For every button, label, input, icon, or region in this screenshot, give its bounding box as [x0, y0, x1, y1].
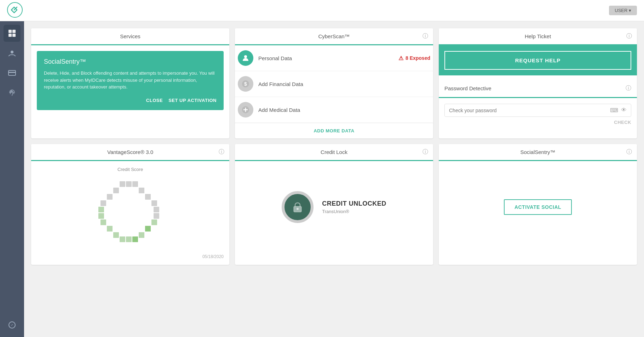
vantage-body: Credit Score	[31, 161, 229, 265]
financial-data-label: Add Financial Data	[258, 81, 430, 87]
top-row-cards: Services SocialSentry™ Delete, Hide, and…	[31, 28, 637, 138]
svg-rect-35	[120, 236, 125, 242]
banner-actions: CLOSE SET UP ACTIVATION	[44, 98, 217, 103]
cyber-alert: ⚠ 8 Exposed	[398, 55, 430, 62]
svg-rect-40	[107, 226, 113, 232]
social-sentry-bottom-info-icon[interactable]: ⓘ	[626, 148, 632, 156]
svg-rect-44	[98, 213, 104, 219]
top-bar-right: USER ▾	[609, 6, 637, 15]
social-sentry-bottom-card: SocialSentry™ ⓘ ACTIVATE SOCIAL	[439, 144, 637, 265]
svg-rect-23	[154, 207, 159, 212]
help-ticket-title: Help Ticket	[525, 33, 551, 39]
svg-rect-2	[12, 30, 16, 33]
alert-text: 8 Exposed	[406, 55, 430, 61]
svg-rect-17	[139, 188, 144, 193]
credit-score-svg	[95, 178, 166, 249]
keyboard-icon: ⌨	[610, 107, 618, 114]
user-menu-button[interactable]: USER ▾	[609, 6, 637, 15]
services-body: SocialSentry™ Delete, Hide, and Block of…	[31, 45, 229, 116]
bottom-row-cards: VantageScore® 3.0 ⓘ Credit Score	[31, 144, 637, 265]
banner-title: SocialSentry™	[44, 58, 217, 65]
svg-rect-14	[126, 181, 132, 187]
financial-data-item[interactable]: $ Add Financial Data	[235, 71, 433, 97]
check-button-wrapper: CHECK	[444, 117, 631, 125]
svg-rect-25	[154, 213, 159, 219]
sidebar-item-card[interactable]	[4, 64, 21, 81]
svg-point-5	[11, 51, 13, 53]
add-more-data-button[interactable]: ADD MORE DATA	[314, 128, 354, 133]
password-detective-info-icon[interactable]: ⓘ	[626, 85, 631, 92]
svg-rect-18	[107, 194, 113, 200]
logo	[7, 2, 23, 19]
svg-point-0	[7, 2, 22, 17]
credit-lock-header: Credit Lock ⓘ	[235, 144, 433, 161]
svg-point-47	[297, 208, 299, 210]
social-sentry-banner: SocialSentry™ Delete, Hide, and Block of…	[37, 51, 224, 110]
personal-data-item[interactable]: Personal Data ⚠ 8 Exposed	[235, 45, 433, 71]
personal-data-icon	[238, 50, 253, 66]
svg-rect-4	[12, 34, 16, 37]
credit-lock-info-icon[interactable]: ⓘ	[422, 148, 428, 156]
financial-data-icon: $	[238, 76, 253, 92]
sidebar-item-dashboard[interactable]	[4, 25, 21, 42]
credit-score-chart	[37, 178, 224, 249]
banner-desc: Delete, Hide, and Block offending conten…	[44, 70, 217, 91]
alert-triangle-icon: ⚠	[398, 55, 403, 62]
medical-data-item[interactable]: Add Medical Data	[235, 97, 433, 123]
help-ticket-info-icon[interactable]: ⓘ	[626, 33, 632, 40]
vantage-info-icon[interactable]: ⓘ	[219, 148, 224, 156]
cyberscan-body: Personal Data ⚠ 8 Exposed $	[235, 45, 433, 138]
svg-rect-16	[113, 188, 119, 193]
svg-rect-39	[139, 232, 144, 238]
svg-rect-38	[113, 232, 119, 238]
medical-data-icon	[238, 102, 253, 118]
svg-rect-15	[132, 181, 138, 187]
activate-social-button[interactable]: ACTIVATE SOCIAL	[504, 199, 572, 215]
request-help-wrapper: REQUEST HELP	[439, 45, 637, 75]
svg-rect-21	[151, 200, 157, 206]
social-sentry-bottom-body: ACTIVATE SOCIAL	[439, 161, 637, 253]
cyberscan-title: CyberScan™	[318, 33, 350, 39]
svg-rect-36	[126, 236, 132, 242]
services-title: Services	[120, 33, 140, 39]
vantage-card: VantageScore® 3.0 ⓘ Credit Score	[31, 144, 229, 265]
credit-lock-title: Credit Lock	[321, 149, 347, 155]
add-more-data-section: ADD MORE DATA	[235, 123, 433, 138]
personal-data-label: Personal Data	[258, 55, 393, 61]
credit-lock-card: Credit Lock ⓘ CREDIT UNLOCKED TransUnion…	[235, 144, 433, 265]
svg-point-9	[244, 55, 247, 58]
vantage-header: VantageScore® 3.0 ⓘ	[31, 144, 229, 161]
setup-activation-button[interactable]: SET UP ACTIVATION	[168, 98, 217, 103]
app-body: Services SocialSentry™ Delete, Hide, and…	[0, 21, 644, 337]
help-ticket-header: Help Ticket ⓘ	[439, 28, 637, 45]
request-help-button[interactable]: REQUEST HELP	[444, 51, 631, 70]
lock-circle[interactable]	[282, 191, 314, 223]
cyberscan-info-icon[interactable]: ⓘ	[422, 33, 428, 40]
medical-data-label: Add Medical Data	[258, 107, 430, 113]
password-detective-body: ⌨ 👁 CHECK	[439, 98, 637, 131]
cyberscan-card: CyberScan™ ⓘ Personal Data ⚠	[235, 28, 433, 138]
svg-rect-13	[120, 181, 125, 187]
sidebar-item-profile[interactable]	[4, 45, 21, 62]
check-button[interactable]: CHECK	[614, 120, 631, 125]
sidebar	[0, 21, 24, 337]
credit-lock-status: CREDIT UNLOCKED	[322, 200, 386, 207]
vantage-subtitle: Credit Score	[37, 167, 224, 172]
vantage-title: VantageScore® 3.0	[107, 149, 153, 155]
top-bar: USER ▾	[0, 0, 644, 21]
eye-icon[interactable]: 👁	[621, 107, 627, 114]
password-detective-header: Password Detective ⓘ	[439, 80, 637, 98]
svg-rect-43	[151, 219, 157, 225]
social-sentry-bottom-title: SocialSentry™	[520, 149, 555, 155]
close-button[interactable]: CLOSE	[146, 98, 163, 103]
sidebar-item-explore[interactable]	[4, 316, 21, 333]
svg-text:$: $	[244, 81, 247, 87]
credit-lock-provider: TransUnion®	[322, 209, 386, 214]
password-detective-section: Password Detective ⓘ ⌨ 👁 CHECK	[439, 80, 637, 131]
svg-rect-1	[8, 30, 12, 33]
svg-rect-41	[145, 226, 151, 232]
sidebar-item-fingerprint[interactable]	[4, 84, 21, 101]
help-ticket-card: Help Ticket ⓘ REQUEST HELP Password Dete…	[439, 28, 637, 138]
password-input[interactable]	[449, 108, 607, 113]
password-input-wrapper: ⌨ 👁	[444, 104, 631, 117]
